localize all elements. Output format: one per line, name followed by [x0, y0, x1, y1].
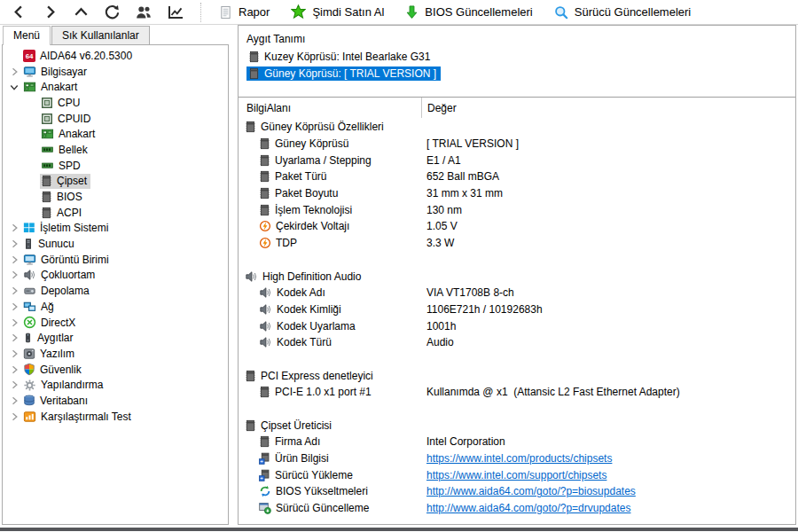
section-header-row[interactable]: PCI Express denetleyici: [239, 367, 795, 384]
tree-item[interactable]: Veritabanı: [3, 393, 228, 409]
expander-collapsed-icon[interactable]: [6, 333, 22, 342]
tree-item-content[interactable]: SPD: [40, 158, 84, 173]
expander-collapsed-icon[interactable]: [6, 239, 22, 248]
info-row[interactable]: Kodek TürüAudio: [239, 334, 795, 351]
tree-item-content[interactable]: Karşılaştırmalı Test: [22, 409, 135, 424]
expander-collapsed-icon[interactable]: [6, 270, 22, 279]
tree-item-content[interactable]: Veritabanı: [22, 393, 91, 408]
tree-item[interactable]: CPU: [3, 95, 228, 111]
tree-item-content[interactable]: İşletim Sistemi: [22, 221, 112, 236]
tree-item-content[interactable]: Sunucu: [22, 237, 78, 252]
expander-expanded-icon[interactable]: [6, 83, 22, 91]
expander-collapsed-icon[interactable]: [6, 380, 22, 389]
section-header-row[interactable]: Güney Köprüsü Özellikleri: [239, 119, 795, 136]
expander-collapsed-icon[interactable]: [6, 286, 22, 295]
device-row[interactable]: Kuzey Köprüsü: Intel Bearlake G31: [246, 48, 795, 65]
info-row[interactable]: Firma AdıIntel Corporation: [239, 434, 795, 450]
driver-updates-button[interactable]: Sürücü Güncellemeleri: [544, 1, 702, 24]
info-row[interactable]: Çekirdek Voltajı1.05 V: [239, 218, 795, 235]
section-header-row[interactable]: Çipset Üreticisi: [239, 417, 795, 434]
info-row[interactable]: Uyarlama / SteppingE1 / A1: [239, 152, 795, 168]
tree-item[interactable]: Karşılaştırmalı Test: [3, 409, 228, 425]
tree-item[interactable]: Bilgisayar: [3, 64, 228, 80]
tree-item[interactable]: Görüntü Birimi: [3, 252, 228, 268]
device-row-content[interactable]: Kuzey Köprüsü: Intel Bearlake G31: [246, 50, 434, 64]
info-row[interactable]: Güney Köprüsü[ TRIAL VERSION ]: [239, 136, 795, 153]
tree-item-content[interactable]: Anakart: [22, 80, 81, 95]
info-row[interactable]: Kodek Uyarlama1001h: [239, 317, 795, 334]
tree-item[interactable]: Yazılım: [3, 346, 228, 362]
tab-menu[interactable]: Menü: [3, 26, 51, 45]
tree-item-content[interactable]: Anakart: [40, 127, 98, 142]
expander-collapsed-icon[interactable]: [6, 302, 22, 311]
info-row[interactable]: Paket Türü652 Ball mBGA: [239, 168, 795, 185]
expander-collapsed-icon[interactable]: [6, 318, 22, 327]
nav-chart-button[interactable]: [167, 4, 184, 20]
value-link[interactable]: https://www.intel.com/products/chipsets: [426, 452, 612, 465]
tree-item-content[interactable]: CPUID: [40, 111, 94, 126]
info-row[interactable]: Sürücü Güncellemehttp://www.aida64.com/g…: [239, 500, 795, 517]
expander-collapsed-icon[interactable]: [6, 67, 22, 76]
nav-refresh-button[interactable]: [104, 4, 121, 20]
buy-now-button[interactable]: Şimdi Satın Al: [280, 1, 395, 24]
value-link[interactable]: https://www.intel.com/support/chipsets: [426, 469, 606, 481]
info-row[interactable]: Ürün Bilgisihttps://www.intel.com/produc…: [239, 450, 795, 467]
info-row[interactable]: TDP3.3 W: [239, 235, 795, 252]
tree-item-content[interactable]: Depolama: [22, 284, 93, 299]
tree-item-content[interactable]: Çokluortam: [22, 268, 98, 283]
tree-item-content[interactable]: Güvenlik: [22, 362, 85, 377]
value-link[interactable]: http://www.aida64.com/goto/?p=biosupdate…: [426, 485, 636, 497]
tree-item[interactable]: Aygıtlar: [3, 330, 228, 346]
tree-item[interactable]: SPD: [3, 158, 228, 174]
tree-item[interactable]: Ağ: [3, 299, 228, 315]
tree-item-content[interactable]: CPU: [40, 95, 83, 110]
tree-item[interactable]: Anakart: [3, 126, 228, 142]
tree-item[interactable]: Yapılandırma: [3, 377, 228, 393]
tree-item[interactable]: CPUID: [3, 111, 228, 127]
expander-collapsed-icon[interactable]: [6, 365, 22, 374]
section-header-row[interactable]: High Definition Audio: [239, 268, 795, 285]
tree-item[interactable]: BIOS: [3, 189, 228, 205]
tree-item-content[interactable]: Bellek: [40, 142, 91, 157]
nav-forward-button[interactable]: [42, 4, 59, 20]
nav-users-button[interactable]: [135, 4, 153, 20]
report-button[interactable]: Rapor: [208, 1, 280, 24]
tree-item-content[interactable]: Görüntü Birimi: [22, 252, 113, 267]
info-row[interactable]: İşlem Teknolojisi130 nm: [239, 201, 795, 218]
info-row[interactable]: Paket Boyutu31 mm x 31 mm: [239, 185, 795, 202]
tree-item[interactable]: İşletim Sistemi: [3, 221, 228, 237]
column-header-value[interactable]: Değer: [421, 98, 795, 118]
tree-item-content[interactable]: 64AIDA64 v6.20.5300: [22, 48, 136, 63]
tree-item[interactable]: DirectX: [3, 315, 228, 331]
tree-item-content[interactable]: Yazılım: [22, 346, 78, 361]
tree-item-content[interactable]: BIOS: [40, 190, 86, 205]
device-row[interactable]: Güney Köprüsü: [ TRIAL VERSION ]: [246, 65, 795, 82]
device-row-content[interactable]: Güney Köprüsü: [ TRIAL VERSION ]: [246, 66, 441, 81]
tree-item[interactable]: Çipset: [3, 174, 228, 190]
value-link[interactable]: http://www.aida64.com/goto/?p=drvupdates: [426, 502, 630, 514]
expander-collapsed-icon[interactable]: [6, 255, 22, 264]
tree-item-content[interactable]: Yapılandırma: [22, 378, 106, 393]
info-row[interactable]: Kodek Kimliği1106E721h / 10192683h: [239, 301, 795, 318]
tree-item-content[interactable]: Ağ: [22, 299, 58, 314]
expander-collapsed-icon[interactable]: [6, 412, 22, 421]
tree-item-content[interactable]: Bilgisayar: [22, 64, 90, 79]
tree-item[interactable]: Çokluortam: [3, 268, 228, 284]
info-row[interactable]: BIOS Yükseltmelerihttp://www.aida64.com/…: [239, 483, 795, 500]
info-row[interactable]: PCI-E 1.0 x1 port #1Kullanımda @ x1 (Att…: [239, 384, 795, 401]
expander-collapsed-icon[interactable]: [6, 349, 22, 358]
tree-item[interactable]: Depolama: [3, 283, 228, 299]
tree-item-content[interactable]: Çipset: [40, 174, 90, 189]
tree-item[interactable]: Anakart: [3, 79, 228, 95]
info-row[interactable]: Kodek AdıVIA VT1708B 8-ch: [239, 285, 795, 301]
tree-item[interactable]: ACPI: [3, 205, 228, 221]
tree-item[interactable]: Bellek: [3, 142, 228, 158]
tree-item[interactable]: Sunucu: [3, 236, 228, 252]
expander-collapsed-icon[interactable]: [6, 396, 22, 405]
bios-updates-button[interactable]: BIOS Güncellemeleri: [395, 1, 543, 24]
tree-item[interactable]: Güvenlik: [3, 362, 228, 378]
expander-collapsed-icon[interactable]: [6, 223, 22, 232]
tree-item-content[interactable]: ACPI: [40, 205, 85, 220]
nav-back-button[interactable]: [11, 4, 27, 20]
info-row[interactable]: Sürücü Yüklemehttps://www.intel.com/supp…: [239, 466, 795, 483]
